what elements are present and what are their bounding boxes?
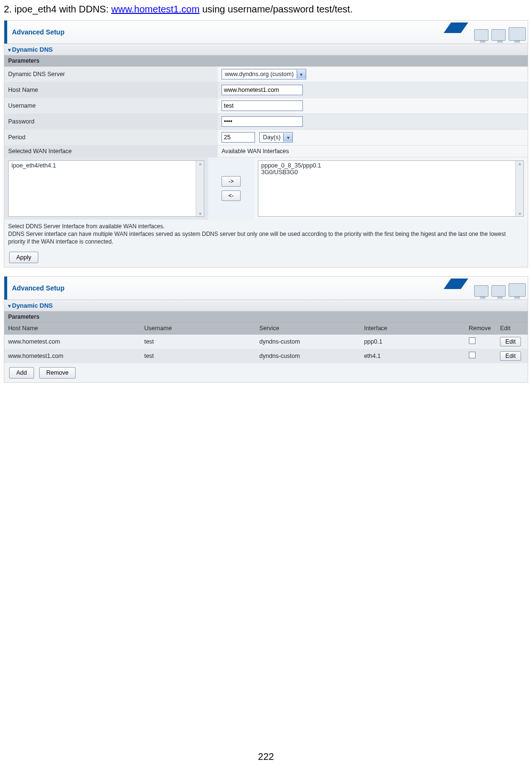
panel-ddns-config: Advanced Setup ▾Dynamic DNS Parameters D… [4, 20, 528, 267]
password-label: Password [4, 114, 218, 130]
panel-header: Advanced Setup [4, 21, 528, 44]
table-header-row: Host Name Username Service Interface Rem… [4, 323, 528, 334]
section-header[interactable]: ▾Dynamic DNS [4, 44, 528, 56]
selected-wan-listbox[interactable]: ipoe_eth4/eth4.1 ▴▾ [8, 160, 204, 217]
page-number: 222 [4, 751, 528, 772]
add-button[interactable]: Add [9, 367, 34, 379]
collapse-arrow-icon: ▾ [8, 303, 11, 309]
parameters-header: Parameters [4, 56, 528, 67]
header-banner-icon [459, 22, 526, 42]
col-hostname: Host Name [4, 323, 140, 334]
col-interface: Interface [360, 323, 465, 334]
cell-username: test [140, 349, 255, 363]
cell-interface: ppp0.1 [360, 334, 465, 349]
remove-checkbox[interactable] [469, 352, 476, 358]
accent-bar [4, 21, 7, 44]
available-wan-label: Available WAN Interfaces [218, 145, 528, 157]
cell-interface: eth4.1 [360, 349, 465, 363]
scrollbar[interactable]: ▴▾ [515, 161, 523, 216]
move-left-button[interactable]: <- [222, 190, 241, 201]
parameters-header: Parameters [4, 312, 528, 323]
section-title: Dynamic DNS [12, 302, 53, 309]
edit-button[interactable]: Edit [500, 351, 521, 361]
period-unit-value: Day(s) [260, 134, 283, 141]
host-name-input[interactable] [222, 85, 303, 95]
available-wan-listbox[interactable]: pppoe_0_8_35/ppp0.1 3G0/USB3G0 ▴▾ [258, 160, 524, 217]
chevron-down-icon: ▾ [283, 133, 292, 142]
col-username: Username [140, 323, 255, 334]
password-input[interactable] [222, 116, 303, 127]
table-row: www.hometest.com test dyndns-custom ppp0… [4, 334, 528, 349]
col-service: Service [255, 323, 360, 334]
scrollbar[interactable]: ▴▾ [196, 161, 204, 216]
username-label: Username [4, 98, 218, 114]
panel-title: Advanced Setup [12, 28, 65, 36]
selected-wan-label: Selected WAN Interface [4, 145, 218, 157]
panel-header: Advanced Setup [4, 277, 528, 300]
table-row: www.hometest1.com test dyndns-custom eth… [4, 349, 528, 363]
ddns-server-select[interactable]: www.dyndns.org (custom) ▾ [222, 69, 306, 79]
username-input[interactable] [222, 100, 303, 111]
panel-ddns-list: Advanced Setup ▾Dynamic DNS Parameters H… [4, 276, 528, 383]
ddns-server-label: Dynamic DNS Server [4, 67, 218, 82]
wan-interface-row: ipoe_eth4/eth4.1 ▴▾ -> <- pppoe_0_8_35/p… [4, 157, 528, 220]
intro-prefix: 2. ipoe_eth4 with DDNS: [4, 4, 111, 14]
accent-bar [4, 277, 7, 300]
available-wan-items: pppoe_0_8_35/ppp0.1 3G0/USB3G0 [258, 161, 523, 177]
intro-text: 2. ipoe_eth4 with DDNS: www.hometest1.co… [4, 3, 528, 15]
intro-suffix: using username/password test/test. [200, 4, 353, 14]
remove-checkbox[interactable] [469, 337, 476, 344]
collapse-arrow-icon: ▾ [8, 47, 11, 53]
chevron-down-icon: ▾ [297, 70, 306, 78]
cell-service: dyndns-custom [255, 349, 360, 363]
host-name-label: Host Name [4, 82, 218, 98]
period-unit-select[interactable]: Day(s) ▾ [259, 132, 293, 143]
move-right-button[interactable]: -> [222, 176, 241, 187]
panel-title: Advanced Setup [12, 284, 65, 292]
cell-hostname: www.hometest1.com [4, 349, 140, 363]
section-title: Dynamic DNS [12, 46, 53, 53]
parameters-form: Dynamic DNS Server www.dyndns.org (custo… [4, 67, 528, 157]
period-label: Period [4, 130, 218, 145]
help-line-1: Select DDNS Server Interface from availa… [8, 223, 524, 230]
ddns-server-value: www.dyndns.org (custom) [222, 71, 297, 78]
edit-button[interactable]: Edit [500, 337, 521, 346]
ddns-table: Host Name Username Service Interface Rem… [4, 323, 528, 363]
intro-link[interactable]: www.hometest1.com [111, 4, 200, 14]
col-edit: Edit [496, 323, 528, 334]
cell-username: test [140, 334, 255, 349]
apply-button[interactable]: Apply [9, 252, 38, 263]
selected-wan-items: ipoe_eth4/eth4.1 [9, 161, 204, 170]
remove-button[interactable]: Remove [39, 367, 76, 379]
header-banner-icon [459, 279, 526, 298]
period-input[interactable] [222, 132, 255, 143]
help-text: Select DDNS Server Interface from availa… [4, 220, 528, 248]
cell-service: dyndns-custom [255, 334, 360, 349]
section-header[interactable]: ▾Dynamic DNS [4, 300, 528, 312]
cell-hostname: www.hometest.com [4, 334, 140, 349]
col-remove: Remove [465, 323, 497, 334]
help-line-2: DDNS Server interface can have multiple … [8, 230, 524, 245]
